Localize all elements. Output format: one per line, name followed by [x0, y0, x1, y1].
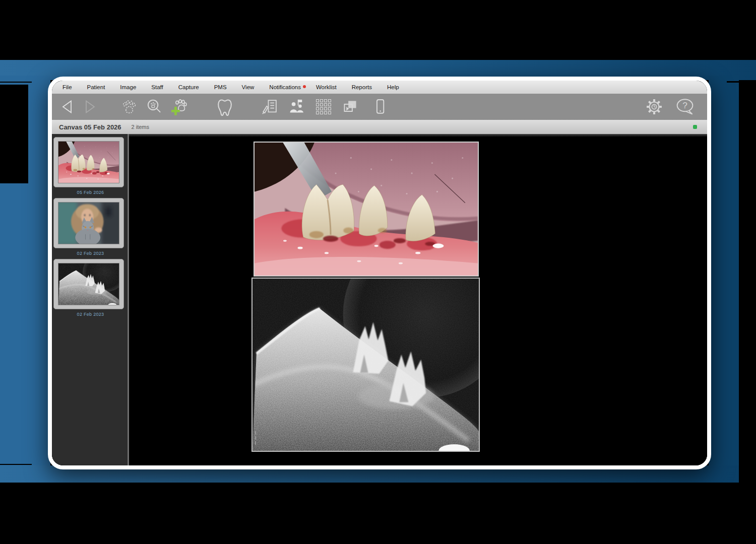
canvas-viewport[interactable] — [129, 134, 707, 465]
menu-worklist[interactable]: Worklist — [308, 84, 344, 90]
help-icon[interactable]: ? — [675, 97, 695, 116]
canvas-title: Canvas 05 Feb 2026 — [59, 123, 121, 131]
copy-images-icon[interactable] — [341, 98, 359, 116]
toolbar: ? — [52, 94, 707, 120]
menu-help[interactable]: Help — [380, 84, 407, 90]
content-area: 05 Feb 2026 02 Feb 2023 02 Feb 2023 — [52, 134, 707, 465]
menu-reports[interactable]: Reports — [344, 84, 380, 90]
canvas-top-shadow — [129, 134, 707, 137]
desktop-frame-notch — [0, 85, 28, 183]
thumbnail-patient-photo-image — [58, 202, 119, 244]
desktop-frame-line — [0, 82, 32, 83]
notification-badge — [303, 85, 306, 88]
menu-staff[interactable]: Staff — [144, 84, 170, 90]
desktop-frame-line — [0, 464, 32, 465]
svg-text:?: ? — [682, 100, 687, 110]
desktop-frame-right — [709, 76, 739, 483]
thumbnail-caption: 02 Feb 2023 — [53, 248, 128, 259]
thumbnail-caption: 02 Feb 2023 — [53, 309, 128, 320]
staff-icon[interactable] — [288, 98, 306, 116]
thumbnail-xray[interactable] — [53, 259, 124, 309]
status-dot-green — [693, 125, 697, 129]
menu-patient[interactable]: Patient — [80, 84, 113, 90]
menu-view[interactable]: View — [234, 84, 262, 90]
canvas-image-dental-photo[interactable] — [254, 142, 479, 277]
desktop: { "menu": { "items": [ {"label":"File"},… — [0, 0, 756, 544]
canvas-image-xray[interactable] — [251, 278, 480, 452]
mobile-icon[interactable] — [371, 98, 389, 115]
settings-gear-icon[interactable] — [645, 97, 664, 116]
menu-notifications[interactable]: Notifications — [262, 84, 308, 90]
menu-pms[interactable]: PMS — [207, 84, 234, 90]
thumbnail-sidebar: 05 Feb 2026 02 Feb 2023 02 Feb 2023 — [52, 134, 128, 465]
menu-image[interactable]: Image — [112, 84, 144, 90]
menu-file[interactable]: File — [55, 84, 80, 90]
search-patient-icon[interactable] — [146, 98, 163, 115]
treatment-report-icon[interactable] — [261, 98, 279, 116]
menu-capture[interactable]: Capture — [171, 84, 207, 90]
add-patient-icon[interactable] — [170, 98, 188, 116]
menu-bar: File Patient Image Staff Capture PMS Vie… — [52, 81, 707, 94]
app-window: File Patient Image Staff Capture PMS Vie… — [48, 77, 711, 469]
thumbnail-caption: 05 Feb 2026 — [53, 187, 128, 198]
thumbnail-xray-image — [58, 263, 119, 305]
thumbnail-dental-photo-image — [58, 141, 119, 183]
patient-paw-icon[interactable] — [120, 98, 138, 115]
canvas-item-count: 2 items — [132, 124, 149, 130]
thumbnail-dental-photo[interactable] — [53, 137, 124, 187]
back-icon[interactable] — [59, 99, 75, 115]
desktop-frame-line — [727, 81, 756, 83]
tooth-chart-icon[interactable] — [215, 97, 234, 116]
thumbnail-patient-photo[interactable] — [53, 198, 124, 248]
template-grid-icon[interactable] — [316, 99, 331, 114]
forward-icon[interactable] — [82, 99, 98, 115]
canvas-header: Canvas 05 Feb 2026 2 items — [52, 120, 707, 134]
xray-film-label — [255, 431, 256, 445]
